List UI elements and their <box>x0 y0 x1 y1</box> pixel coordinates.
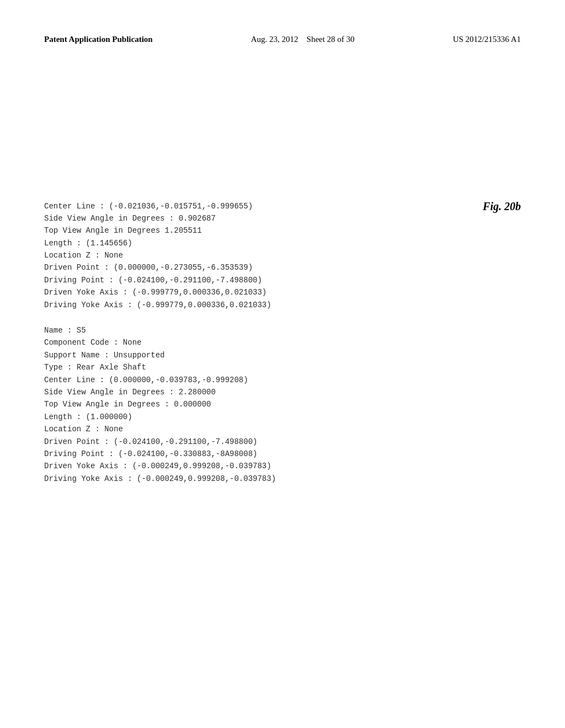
publication-date: Aug. 23, 2012 <box>251 35 299 44</box>
data-block-2: Name : S5 Component Code : None Support … <box>44 324 521 485</box>
publication-label: Patent Application Publication <box>44 33 153 46</box>
data-section-2: Name : S5 Component Code : None Support … <box>44 324 521 485</box>
sheet-info: Sheet 28 of 30 <box>307 35 355 44</box>
page: Patent Application Publication Aug. 23, … <box>0 0 565 728</box>
patent-number: US 2012/215336 A1 <box>453 33 521 46</box>
content-area: Fig. 20b Center Line : (-0.021036,-0.015… <box>44 200 521 485</box>
page-header: Patent Application Publication Aug. 23, … <box>44 33 521 46</box>
data-section-1: Center Line : (-0.021036,-0.015751,-0.99… <box>44 200 521 312</box>
data-block-1: Center Line : (-0.021036,-0.015751,-0.99… <box>44 200 521 312</box>
figure-label: Fig. 20b <box>483 200 521 213</box>
publication-date-sheet: Aug. 23, 2012 Sheet 28 of 30 <box>251 33 355 46</box>
